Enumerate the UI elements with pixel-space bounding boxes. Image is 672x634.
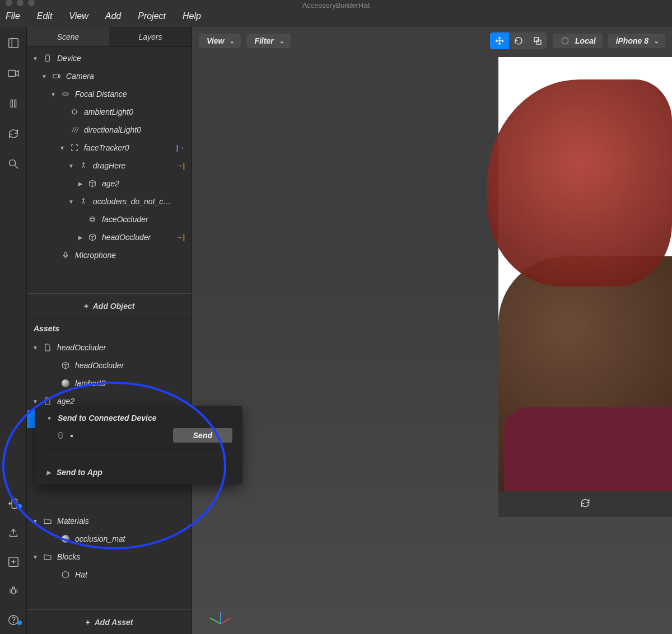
send-button[interactable]: Send [173,428,232,443]
pause-icon[interactable] [7,97,20,112]
scale-tool[interactable] [528,32,547,49]
asset-blocks-folder[interactable]: ▼Blocks [27,548,192,566]
svg-line-6 [15,166,18,169]
svg-rect-30 [59,433,62,439]
tree-item-drag-here[interactable]: ▼dragHere→| [27,157,192,175]
file-icon [43,343,53,352]
notification-dot-icon [17,621,22,625]
coordinate-space-dropdown[interactable]: Local [553,34,603,48]
patch-input-badge: →| [176,162,185,170]
menu-view[interactable]: View [69,11,88,21]
viewport-toolbar: View⌄ Filter⌄ Local iPhone 8⌄ [192,27,672,55]
tab-layers[interactable]: Layers [109,27,192,46]
video-icon[interactable] [7,67,20,82]
send-app-label: Send to App [57,468,102,477]
asset-hat-block[interactable]: Hat [27,566,192,584]
device-select-dropdown[interactable]: iPhone 8⌄ [608,34,665,48]
help-icon[interactable] [7,614,20,628]
tree-item-directional-light[interactable]: directionalLight0 [27,121,192,139]
svg-rect-3 [11,100,12,107]
assets-header: Assets [27,318,192,339]
send-to-device-header[interactable]: ▼Send to Connected Device [46,414,232,422]
patch-output-badge: |→ [176,144,185,152]
svg-point-24 [83,199,85,200]
plus-icon: + [86,618,90,627]
tab-scene[interactable]: Scene [27,27,109,46]
window-title: AccessoryBuilderHat [302,1,370,10]
move-tool[interactable] [490,32,509,49]
svg-point-25 [90,217,95,222]
asset-lambert3[interactable]: lambert3 [27,374,192,392]
device-row[interactable]: ● Send [46,422,232,443]
refresh-icon[interactable] [7,128,20,142]
add-panel-icon[interactable] [7,556,20,570]
device-label: iPhone 8 [616,36,648,45]
asset-label: Blocks [57,552,80,561]
tree-item-ambient-light[interactable]: ambientLight0 [27,103,192,121]
tree-label: faceTracker0 [84,143,129,152]
layout-icon[interactable] [7,37,20,51]
menu-edit[interactable]: Edit [37,11,53,21]
space-label: Local [575,36,596,45]
menu-file[interactable]: File [6,11,20,21]
sphere-icon [87,215,97,224]
asset-label: headOccluder [75,361,124,370]
null-object-icon [78,161,88,170]
viewport[interactable]: View⌄ Filter⌄ Local iPhone 8⌄ [192,27,672,634]
asset-head-occluder-folder[interactable]: ▼headOccluder [27,339,192,356]
face-tracker-icon [69,143,80,152]
share-icon[interactable] [7,527,20,541]
asset-occlusion-mat[interactable]: occlusion_mat [27,530,192,548]
filter-label: Filter [254,36,273,45]
add-asset-label: Add Asset [95,618,133,627]
svg-point-18 [13,622,13,623]
asset-materials-folder[interactable]: ▼Materials [27,512,192,530]
directional-light-icon [69,125,80,134]
axis-y [220,612,221,624]
tree-item-device[interactable]: ▼Device [27,49,192,67]
view-dropdown[interactable]: View⌄ [199,34,241,48]
tree-item-age2[interactable]: ▶age2 [27,175,192,192]
search-icon[interactable] [7,158,20,172]
tree-item-face-occluder[interactable]: faceOccluder [27,210,192,228]
filter-dropdown[interactable]: Filter⌄ [246,34,290,48]
send-to-app-header[interactable]: ▶Send to App [46,468,232,477]
svg-rect-7 [12,499,17,509]
asset-label: Hat [75,570,87,579]
mesh-icon [87,233,97,242]
tree-label: dragHere [93,161,125,170]
tree-item-focal-distance[interactable]: ▼Focal Distance [27,85,192,103]
menu-add[interactable]: Add [105,11,121,21]
add-object-button[interactable]: +Add Object [27,293,192,318]
asset-label: headOccluder [57,343,106,352]
send-to-device-icon[interactable] [7,497,20,512]
menu-project[interactable]: Project [138,11,166,21]
refresh-preview-icon[interactable] [580,497,591,511]
svg-rect-28 [534,37,539,42]
send-device-label: Send to Connected Device [58,414,157,422]
left-iconbar [0,27,27,634]
bug-icon[interactable] [7,585,20,599]
rotate-tool[interactable] [509,32,528,49]
preview-hat [487,79,672,287]
phone-icon [57,430,64,441]
chevron-down-icon: ⌄ [230,38,234,44]
tree-item-occluders[interactable]: ▼occluders_do_not_c… [27,192,192,210]
tree-item-camera[interactable]: ▼Camera [27,67,192,85]
axis-gizmo[interactable] [209,602,231,624]
view-label: View [207,36,224,45]
tree-item-face-tracker[interactable]: ▼faceTracker0|→ [27,139,192,157]
tree-label: occluders_do_not_c… [93,197,171,206]
menu-help[interactable]: Help [183,11,201,21]
asset-head-occluder-mesh[interactable]: headOccluder [27,356,192,374]
notification-dot-icon [17,504,22,509]
preview-footer [498,491,672,517]
chevron-down-icon: ⌄ [279,38,284,44]
tree-item-microphone[interactable]: Microphone [27,246,192,264]
mesh-icon [87,179,97,188]
device-preview [498,57,672,491]
folder-icon [43,516,53,525]
tree-item-head-occluder[interactable]: ▶headOccluder→| [27,228,192,246]
tree-label: Microphone [75,251,116,260]
add-asset-button[interactable]: +Add Asset [27,609,192,634]
